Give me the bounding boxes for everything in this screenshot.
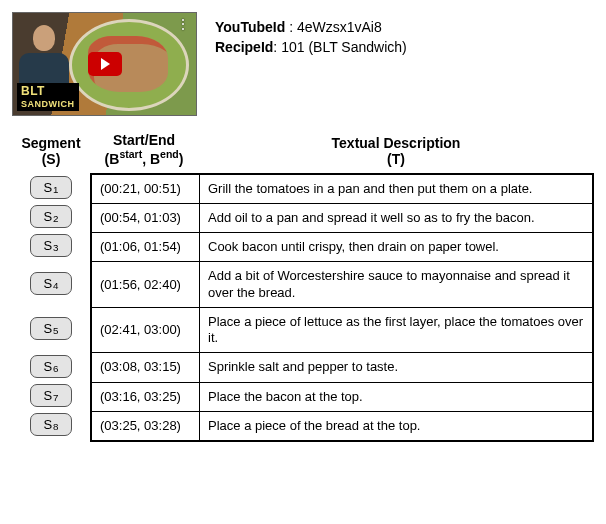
header-textdesc-top: Textual Description bbox=[332, 135, 461, 151]
youtube-id-label: YouTubeId bbox=[215, 19, 285, 35]
segment-badge: S8 bbox=[30, 413, 72, 436]
segment-badge: S7 bbox=[30, 384, 72, 407]
cell-description: Grill the tomatoes in a pan and then put… bbox=[200, 174, 593, 203]
header-textdesc: Textual Description (T) bbox=[198, 135, 594, 167]
header-startend: Start/End (Bstart, Bend) bbox=[90, 132, 198, 167]
segment-table-wrap: (00:21, 00:51)Grill the tomatoes in a pa… bbox=[90, 173, 594, 443]
column-headers: Segment (S) Start/End (Bstart, Bend) Tex… bbox=[12, 132, 594, 167]
segment-grid: S1S2S3S4S5S6S7S8 (00:21, 00:51)Grill the… bbox=[12, 173, 594, 443]
colon: : bbox=[289, 19, 297, 35]
cell-startend: (03:25, 03:28) bbox=[92, 411, 200, 440]
segment-slot: S5 bbox=[12, 306, 90, 352]
table-row: (03:16, 03:25)Place the bacon at the top… bbox=[92, 382, 593, 411]
meta-block: YouTubeId : 4eWzsx1vAi8 RecipeId: 101 (B… bbox=[215, 12, 407, 57]
cell-description: Place a piece of the bread at the top. bbox=[200, 411, 593, 440]
segment-slot: S7 bbox=[12, 381, 90, 410]
play-icon[interactable] bbox=[88, 52, 122, 76]
header-segment: Segment (S) bbox=[12, 135, 90, 167]
table-row: (00:54, 01:03)Add oil to a pan and sprea… bbox=[92, 203, 593, 232]
video-thumbnail[interactable]: ⋮ BLT SANDWICH bbox=[12, 12, 197, 116]
segment-badge: S6 bbox=[30, 355, 72, 378]
cell-startend: (03:16, 03:25) bbox=[92, 382, 200, 411]
cell-startend: (03:08, 03:15) bbox=[92, 353, 200, 382]
table-row: (03:25, 03:28)Place a piece of the bread… bbox=[92, 411, 593, 440]
cell-startend: (00:21, 00:51) bbox=[92, 174, 200, 203]
segment-table: (00:21, 00:51)Grill the tomatoes in a pa… bbox=[91, 174, 593, 442]
recipe-name: (BLT Sandwich) bbox=[308, 39, 406, 55]
recipe-id-value: 101 bbox=[281, 39, 304, 55]
cell-description: Add oil to a pan and spread it well so a… bbox=[200, 203, 593, 232]
thumbnail-caption: BLT SANDWICH bbox=[17, 83, 79, 111]
segment-slot: S8 bbox=[12, 410, 90, 439]
youtube-id-value: 4eWzsx1vAi8 bbox=[297, 19, 382, 35]
table-row: (00:21, 00:51)Grill the tomatoes in a pa… bbox=[92, 174, 593, 203]
segment-badge: S1 bbox=[30, 176, 72, 199]
segment-badge: S5 bbox=[30, 317, 72, 340]
table-row: (01:06, 01:54)Cook bacon until crispy, t… bbox=[92, 233, 593, 262]
table-row: (03:08, 03:15)Sprinkle salt and pepper t… bbox=[92, 353, 593, 382]
segment-slot: S4 bbox=[12, 260, 90, 306]
header-textdesc-sub: (T) bbox=[200, 151, 592, 167]
cell-description: Place a piece of lettuce as the first la… bbox=[200, 307, 593, 353]
header-startend-top: Start/End bbox=[113, 132, 175, 148]
table-row: (02:41, 03:00)Place a piece of lettuce a… bbox=[92, 307, 593, 353]
thumb-line1: BLT bbox=[21, 84, 45, 98]
header-block: ⋮ BLT SANDWICH YouTubeId : 4eWzsx1vAi8 R… bbox=[12, 12, 594, 116]
header-segment-sub: (S) bbox=[14, 151, 88, 167]
header-segment-top: Segment bbox=[21, 135, 80, 151]
cell-startend: (01:56, 02:40) bbox=[92, 262, 200, 308]
cell-startend: (02:41, 03:00) bbox=[92, 307, 200, 353]
cell-description: Sprinkle salt and pepper to taste. bbox=[200, 353, 593, 382]
header-startend-sub: (Bstart, Bend) bbox=[92, 148, 196, 167]
cell-startend: (01:06, 01:54) bbox=[92, 233, 200, 262]
cell-description: Add a bit of Worcestershire sauce to may… bbox=[200, 262, 593, 308]
recipe-id-label: RecipeId bbox=[215, 39, 273, 55]
segment-badge: S3 bbox=[30, 234, 72, 257]
segment-badge: S2 bbox=[30, 205, 72, 228]
segment-badge: S4 bbox=[30, 272, 72, 295]
segment-slot: S2 bbox=[12, 202, 90, 231]
segment-slot: S3 bbox=[12, 231, 90, 260]
thumb-line2: SANDWICH bbox=[21, 99, 75, 109]
cell-description: Cook bacon until crispy, then drain on p… bbox=[200, 233, 593, 262]
kebab-icon[interactable]: ⋮ bbox=[176, 16, 190, 32]
segment-slot: S6 bbox=[12, 351, 90, 380]
segment-column: S1S2S3S4S5S6S7S8 bbox=[12, 173, 90, 443]
segment-slot: S1 bbox=[12, 173, 90, 202]
cell-startend: (00:54, 01:03) bbox=[92, 203, 200, 232]
cell-description: Place the bacon at the top. bbox=[200, 382, 593, 411]
table-row: (01:56, 02:40)Add a bit of Worcestershir… bbox=[92, 262, 593, 308]
colon: : bbox=[273, 39, 281, 55]
